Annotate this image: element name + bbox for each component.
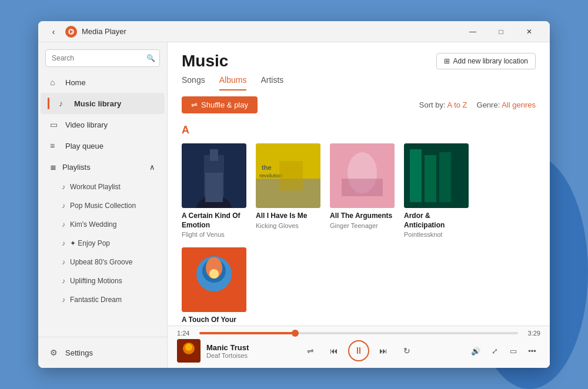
album-artist: Flight of Venus <box>182 231 246 238</box>
search-input[interactable] <box>45 49 160 67</box>
album-art <box>330 143 395 208</box>
chevron-up-icon: ∧ <box>149 163 155 172</box>
sidebar-item-label: Settings <box>65 348 93 357</box>
progress-row: 1:24 3:29 <box>168 326 550 337</box>
track-title: Manic Trust <box>206 343 249 352</box>
sidebar-item-label: Music library <box>74 99 121 108</box>
playback-controls: ⇌ ⏮ ⏸ ⏭ ↻ <box>301 340 416 361</box>
active-indicator <box>48 98 49 109</box>
shuffle-play-button[interactable]: ⇌ Shuffle & play <box>182 96 258 113</box>
queue-icon: ≡ <box>50 141 59 150</box>
playlist-label: ✦ Enjoy Pop <box>70 239 110 247</box>
playlist-label: Uplifting Motions <box>70 277 122 285</box>
album-card[interactable]: All The Arguments Ginger Teenager <box>330 143 395 238</box>
album-card[interactable]: Ardor & Anticipation Pointlessknot <box>404 143 469 238</box>
album-card[interactable]: the revolution All I Have Is Me Kicking … <box>256 143 320 238</box>
back-button[interactable]: ‹ <box>45 24 62 40</box>
sort-value[interactable]: A to Z <box>447 100 467 109</box>
playlist-item-workout[interactable]: ♪ Workout Playlist <box>41 177 165 196</box>
playlist-icon: ♪ <box>62 296 65 304</box>
svg-rect-15 <box>342 179 383 196</box>
home-icon: ⌂ <box>50 78 59 87</box>
svg-rect-18 <box>425 155 436 202</box>
app-window: ‹ Media Player — □ ✕ 🔍 ⌂ Home ♪ Music <box>38 21 550 368</box>
genre-value[interactable]: All genres <box>502 100 536 109</box>
playlist-item-dream[interactable]: ♪ Fantastic Dream <box>41 290 165 309</box>
repeat-button[interactable]: ↻ <box>397 341 416 360</box>
next-button[interactable]: ⏭ <box>374 341 393 360</box>
tab-albums[interactable]: Albums <box>219 75 247 90</box>
playlists-header[interactable]: ≣ Playlists ∧ <box>41 156 165 177</box>
playlist-icon: ♪ <box>62 258 65 266</box>
genre-label: Genre: All genres <box>477 100 536 109</box>
album-title: All The Arguments <box>330 212 395 221</box>
playlist-icon: ♪ <box>62 183 65 191</box>
page-title: Music <box>182 52 228 71</box>
sidebar-item-video[interactable]: ▭ Video library <box>41 114 165 135</box>
window-controls: — □ ✕ <box>459 24 543 40</box>
svg-point-40 <box>185 344 192 351</box>
album-card[interactable]: A Touch Of Your Punk Compass Tribute <box>182 247 246 326</box>
album-art <box>182 143 246 208</box>
progress-thumb <box>292 330 299 337</box>
playlist-icon: ♪ <box>62 220 65 229</box>
svg-rect-12 <box>279 161 303 190</box>
sidebar-item-play-queue[interactable]: ≡ Play queue <box>41 135 165 156</box>
svg-rect-17 <box>410 149 422 202</box>
add-library-button[interactable]: ⊞ Add new library location <box>436 53 536 69</box>
volume-button[interactable]: 🔊 <box>467 343 484 359</box>
playlists-icon: ≣ <box>50 163 56 172</box>
section-a: A <box>182 124 536 326</box>
playlist-item-80s[interactable]: ♪ Upbeat 80's Groove <box>41 253 165 271</box>
sidebar-item-label: Video library <box>65 120 108 129</box>
sort-genre-controls: Sort by: A to Z Genre: All genres <box>419 100 536 109</box>
album-card[interactable]: A Certain Kind Of Emotion Flight of Venu… <box>182 143 246 238</box>
sidebar-item-music[interactable]: ♪ Music library <box>41 93 165 114</box>
sidebar-item-label: Play queue <box>65 142 103 150</box>
total-time: 3:29 <box>523 330 540 337</box>
add-library-label: Add new library location <box>453 57 528 65</box>
playlist-item-wedding[interactable]: ♪ Kim's Wedding <box>41 215 165 234</box>
playlist-item-motions[interactable]: ♪ Uplifting Motions <box>41 271 165 290</box>
playlist-item-pop[interactable]: ♪ Pop Music Collection <box>41 196 165 215</box>
playlist-icon: ♪ <box>62 277 65 285</box>
playlist-item-enjoy-pop[interactable]: ♪ ✦ Enjoy Pop <box>41 234 165 253</box>
content-toolbar: ⇌ Shuffle & play Sort by: A to Z Genre: … <box>168 90 550 119</box>
content-tabs: Songs Albums Artists <box>182 75 536 90</box>
library-icon: ⊞ <box>444 57 450 65</box>
scroll-area[interactable]: A <box>168 119 550 326</box>
progress-track[interactable] <box>199 332 518 334</box>
playlist-label: Fantastic Dream <box>70 296 122 304</box>
album-artist: Pointlessknot <box>404 231 469 238</box>
playlist-label: Upbeat 80's Groove <box>70 258 132 266</box>
expand-button[interactable]: ⤢ <box>486 343 503 359</box>
sidebar: 🔍 ⌂ Home ♪ Music library ▭ Video library… <box>38 42 168 368</box>
close-button[interactable]: ✕ <box>516 24 543 40</box>
shuffle-icon: ⇌ <box>191 100 198 109</box>
more-options-button[interactable]: ••• <box>524 343 540 359</box>
track-artist: Deaf Tortoises <box>206 352 249 359</box>
svg-point-25 <box>209 269 219 279</box>
sidebar-item-settings[interactable]: ⚙ Settings <box>41 342 165 363</box>
shuffle-button[interactable]: ⇌ <box>301 341 320 360</box>
album-title: All I Have Is Me <box>256 212 320 221</box>
svg-rect-7 <box>211 185 217 196</box>
video-icon: ▭ <box>50 120 59 129</box>
search-box[interactable]: 🔍 <box>45 49 160 67</box>
playlist-label: Pop Music Collection <box>70 202 136 210</box>
maximize-button[interactable]: □ <box>487 24 514 40</box>
playlist-icon: ♪ <box>62 202 65 210</box>
play-pause-button[interactable]: ⏸ <box>348 340 369 361</box>
sidebar-item-label: Home <box>65 78 86 87</box>
previous-button[interactable]: ⏮ <box>325 341 343 360</box>
cast-button[interactable]: ▭ <box>505 343 522 359</box>
current-time: 1:24 <box>177 330 195 337</box>
app-title: Media Player <box>82 27 459 36</box>
sidebar-item-home[interactable]: ⌂ Home <box>41 72 165 93</box>
playlists-label: Playlists <box>62 163 91 172</box>
tab-artists[interactable]: Artists <box>260 75 283 90</box>
svg-text:revolution: revolution <box>259 173 282 179</box>
app-icon <box>65 26 77 38</box>
tab-songs[interactable]: Songs <box>182 75 205 90</box>
minimize-button[interactable]: — <box>459 24 486 40</box>
